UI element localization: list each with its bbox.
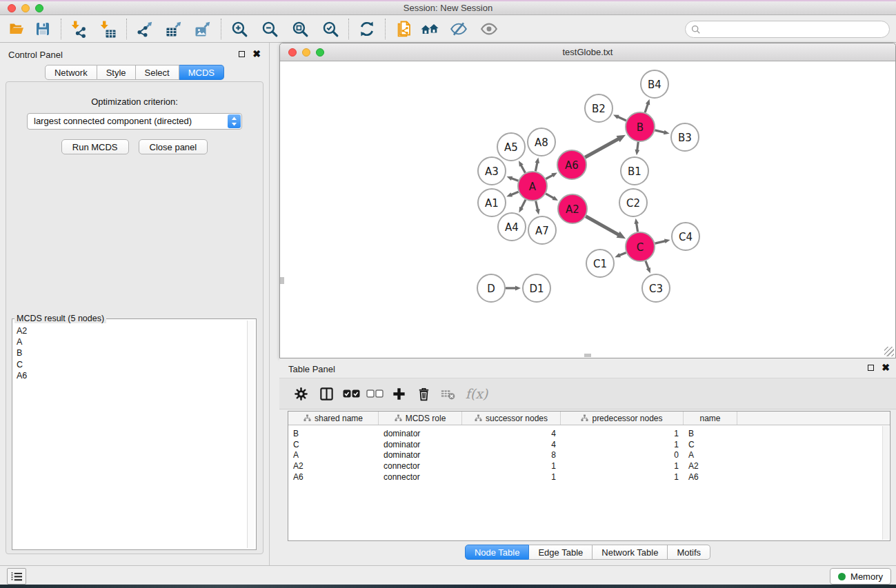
column-header-mcds-role[interactable]: MCDS role bbox=[379, 412, 462, 425]
graph-edge-C-C2[interactable] bbox=[637, 223, 638, 232]
graph-edge-A-A2[interactable] bbox=[546, 194, 554, 199]
task-history-button[interactable] bbox=[7, 568, 26, 585]
table-settings-button[interactable] bbox=[289, 382, 312, 405]
close-panel-icon[interactable]: ✖ bbox=[252, 50, 261, 57]
horizontal-scroll-nub[interactable] bbox=[584, 354, 591, 357]
table-row[interactable]: A2connector11A2 bbox=[288, 460, 890, 472]
graph-node-A6[interactable]: A6 bbox=[557, 150, 586, 179]
column-header-successor-nodes[interactable]: successor nodes bbox=[462, 412, 561, 425]
delete-column-button[interactable] bbox=[412, 382, 435, 405]
show-columns-button[interactable] bbox=[315, 382, 338, 405]
column-header-name[interactable]: name bbox=[684, 412, 737, 425]
float-table-panel-icon[interactable] bbox=[868, 365, 874, 371]
tab-select[interactable]: Select bbox=[136, 65, 179, 80]
mcds-result-scrollbar[interactable] bbox=[247, 321, 255, 548]
mcds-result-item[interactable]: A bbox=[17, 336, 246, 347]
graph-node-B3[interactable]: B3 bbox=[671, 123, 699, 151]
tab-node-table[interactable]: Node Table bbox=[465, 545, 530, 560]
float-panel-icon[interactable] bbox=[239, 51, 245, 57]
home-view-button[interactable] bbox=[417, 17, 443, 41]
table-row[interactable]: Bdominator41B bbox=[288, 428, 890, 439]
graph-node-D[interactable]: D bbox=[477, 274, 505, 302]
table-scrollbar[interactable] bbox=[882, 426, 889, 540]
graph-node-C1[interactable]: C1 bbox=[586, 250, 614, 277]
graph-edge-A2-C[interactable] bbox=[586, 216, 619, 235]
graph-node-B[interactable]: B bbox=[626, 112, 655, 141]
open-session-button[interactable] bbox=[3, 17, 30, 41]
export-network-button[interactable] bbox=[132, 17, 158, 41]
table-row[interactable]: Cdominator41C bbox=[288, 439, 890, 450]
graph-node-B4[interactable]: B4 bbox=[641, 70, 668, 98]
function-builder-button[interactable]: f(x) bbox=[461, 382, 492, 405]
graph-node-A4[interactable]: A4 bbox=[498, 213, 526, 241]
show-graphics-details-button[interactable] bbox=[476, 17, 502, 41]
graph-node-D1[interactable]: D1 bbox=[523, 274, 550, 302]
graph-edge-C-C3[interactable] bbox=[646, 261, 648, 270]
graph-edge-A6-B[interactable] bbox=[585, 139, 619, 157]
graph-edge-C-C4[interactable] bbox=[655, 241, 666, 244]
close-window-button[interactable] bbox=[8, 4, 16, 12]
graph-node-C3[interactable]: C3 bbox=[642, 274, 670, 302]
minimize-network-window-button[interactable] bbox=[302, 48, 310, 57]
add-column-button[interactable] bbox=[387, 382, 410, 405]
zoom-out-button[interactable] bbox=[257, 17, 283, 41]
export-table-button[interactable] bbox=[161, 17, 187, 41]
table-row[interactable]: Adominator80A bbox=[288, 450, 890, 461]
graph-node-A7[interactable]: A7 bbox=[528, 216, 556, 244]
zoom-selected-button[interactable] bbox=[317, 17, 344, 41]
graph-node-A[interactable]: A bbox=[518, 172, 547, 201]
deselect-all-button[interactable] bbox=[363, 382, 386, 405]
select-all-button[interactable] bbox=[339, 382, 363, 405]
tab-network-table[interactable]: Network Table bbox=[593, 545, 668, 560]
export-image-button[interactable] bbox=[190, 17, 216, 41]
column-header-predecessor-nodes[interactable]: predecessor nodes bbox=[561, 412, 684, 425]
vertical-scroll-nub[interactable] bbox=[280, 277, 284, 284]
search-field[interactable] bbox=[685, 21, 890, 38]
import-table-button[interactable] bbox=[95, 17, 121, 41]
hide-graphics-details-button[interactable] bbox=[446, 17, 472, 41]
minimize-window-button[interactable] bbox=[21, 4, 30, 12]
graph-node-A8[interactable]: A8 bbox=[528, 128, 555, 156]
graph-edge-B-B2[interactable] bbox=[617, 116, 626, 121]
graph-node-C4[interactable]: C4 bbox=[672, 223, 699, 250]
graph-edge-A-A3[interactable] bbox=[511, 179, 518, 181]
graph-node-A2[interactable]: A2 bbox=[558, 194, 587, 223]
graph-node-A5[interactable]: A5 bbox=[497, 133, 525, 161]
graph-edge-A-A5[interactable] bbox=[521, 165, 525, 172]
network-from-document-button[interactable] bbox=[390, 17, 417, 41]
graph-node-B2[interactable]: B2 bbox=[585, 94, 613, 122]
graph-edge-A-A4[interactable] bbox=[521, 200, 526, 209]
zoom-network-window-button[interactable] bbox=[316, 48, 324, 57]
graph-node-C[interactable]: C bbox=[626, 232, 655, 261]
close-panel-button[interactable]: Close panel bbox=[139, 139, 208, 154]
import-network-button[interactable] bbox=[66, 17, 92, 41]
run-mcds-button[interactable]: Run MCDS bbox=[61, 139, 129, 154]
close-table-panel-icon[interactable]: ✖ bbox=[882, 364, 890, 371]
graph-edge-C-C1[interactable] bbox=[619, 252, 626, 255]
tab-style[interactable]: Style bbox=[97, 65, 136, 80]
graph-edge-A-A6[interactable] bbox=[546, 175, 553, 179]
network-window-titlebar[interactable]: testGlobe.txt bbox=[280, 43, 895, 61]
graph-edge-B-B4[interactable] bbox=[645, 103, 648, 112]
search-input[interactable] bbox=[701, 24, 884, 34]
column-header-shared-name[interactable]: shared name bbox=[288, 412, 379, 425]
window-resize-grip[interactable] bbox=[884, 347, 894, 356]
graph-node-B1[interactable]: B1 bbox=[621, 157, 648, 185]
delete-table-button[interactable] bbox=[436, 382, 459, 405]
tab-mcds[interactable]: MCDS bbox=[179, 65, 224, 80]
memory-button[interactable]: Memory bbox=[830, 568, 891, 585]
mcds-result-item[interactable]: A2 bbox=[17, 325, 246, 336]
graph-node-C2[interactable]: C2 bbox=[619, 189, 647, 216]
tab-motifs[interactable]: Motifs bbox=[668, 545, 710, 560]
graph-edge-A-A1[interactable] bbox=[511, 192, 519, 194]
graph-edge-B-B3[interactable] bbox=[655, 130, 664, 132]
table-row[interactable]: A6connector11A6 bbox=[288, 472, 890, 483]
tab-edge-table[interactable]: Edge Table bbox=[529, 545, 593, 560]
mcds-result-item[interactable]: A6 bbox=[17, 370, 246, 381]
graph-edge-A-A7[interactable] bbox=[536, 201, 538, 210]
zoom-window-button[interactable] bbox=[35, 4, 43, 12]
refresh-button[interactable] bbox=[354, 17, 380, 41]
tab-network[interactable]: Network bbox=[45, 65, 97, 80]
mcds-result-item[interactable]: B bbox=[17, 347, 246, 358]
optimization-criterion-select[interactable]: largest connected component (directed) bbox=[27, 113, 242, 130]
